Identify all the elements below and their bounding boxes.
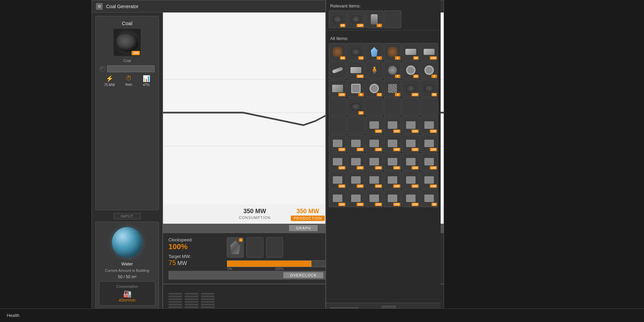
- power-icon: ⚡: [106, 75, 113, 82]
- list-item[interactable]: 100: [402, 80, 420, 97]
- input-tab-label[interactable]: INPUT: [114, 213, 141, 219]
- list-item[interactable]: 100: [329, 171, 346, 189]
- list-item[interactable]: 100: [329, 80, 346, 97]
- list-item[interactable]: 100: [402, 116, 420, 134]
- graph-tab[interactable]: GRAPH: [289, 225, 318, 231]
- list-item[interactable]: 100: [347, 11, 365, 28]
- list-item[interactable]: 100: [365, 171, 383, 189]
- list-item[interactable]: 2: [365, 43, 383, 61]
- water-amount: 50 / 50 m³: [118, 275, 136, 279]
- list-item[interactable]: 100: [420, 43, 438, 61]
- coal-visual: [117, 34, 137, 51]
- list-item[interactable]: 🧍: [365, 61, 383, 79]
- vent-line: [201, 306, 215, 308]
- left-panel: Coal 100 Coal ⚡ 75 MW ⏱: [92, 13, 163, 322]
- list-item[interactable]: 89: [329, 11, 346, 28]
- vent-line: [168, 304, 182, 305]
- crystal-slot-2[interactable]: [246, 237, 263, 258]
- list-item[interactable]: 10: [347, 98, 365, 116]
- list-item[interactable]: 12: [365, 80, 383, 97]
- list-item[interactable]: [329, 116, 346, 134]
- list-item[interactable]: 100: [420, 153, 438, 170]
- all-items-grid: 84132239100100🧍8432100812410089101001001…: [326, 43, 441, 207]
- target-mw-unit: MW: [177, 260, 187, 266]
- list-item[interactable]: 39: [402, 43, 420, 61]
- inventory-panel: Relevant Items: 891004 All Items: 841322…: [325, 0, 441, 322]
- left-bg: [0, 0, 92, 322]
- list-item[interactable]: 100: [420, 135, 438, 152]
- list-item[interactable]: [347, 116, 365, 134]
- vent-line: [185, 298, 198, 300]
- production-value-display: 350 MW: [297, 208, 319, 215]
- list-item[interactable]: [384, 98, 401, 116]
- efficiency-value: 47%: [143, 83, 150, 87]
- list-item[interactable]: 100: [420, 171, 438, 189]
- efficiency-icon: 📊: [143, 75, 150, 82]
- water-sphere: [112, 227, 142, 258]
- crystal-slot-1[interactable]: 1: [227, 237, 244, 258]
- list-item[interactable]: 100: [384, 153, 401, 170]
- list-item[interactable]: 100: [365, 153, 383, 170]
- water-section: Water Current Amount in Building 50 / 50…: [95, 222, 159, 309]
- consumption-label: CONSUMPTION: [239, 216, 271, 220]
- vent-line: [201, 293, 215, 295]
- dialog-icon: ⚙: [96, 3, 103, 10]
- list-item[interactable]: [329, 61, 346, 79]
- list-item[interactable]: [329, 98, 346, 116]
- stat-production: 350 MW PRODUCTION: [291, 208, 325, 221]
- crystal-slot-3[interactable]: [266, 237, 283, 258]
- filter-dot: [100, 66, 105, 72]
- list-item[interactable]: 100: [402, 135, 420, 152]
- overclock-bar-fill: [227, 261, 311, 267]
- list-item[interactable]: [365, 98, 383, 116]
- list-item[interactable]: 4: [384, 80, 401, 97]
- crystal-badge-1: 1: [239, 238, 243, 242]
- filter-input[interactable]: [107, 65, 155, 72]
- vent-line: [168, 298, 182, 300]
- list-item[interactable]: 8: [384, 61, 401, 79]
- list-item[interactable]: 100: [402, 153, 420, 170]
- list-item[interactable]: 89: [420, 80, 438, 97]
- list-item[interactable]: 100: [420, 116, 438, 134]
- list-item[interactable]: 100: [329, 135, 346, 152]
- list-item[interactable]: 100: [384, 135, 401, 152]
- list-item[interactable]: 2: [384, 43, 401, 61]
- vent-line: [201, 298, 215, 300]
- list-item[interactable]: 84: [329, 43, 346, 61]
- input-card: Coal 100 Coal ⚡ 75 MW ⏱: [95, 16, 159, 210]
- list-item[interactable]: 43: [402, 61, 420, 79]
- vent-line: [185, 301, 198, 303]
- list-item[interactable]: 4: [365, 11, 383, 28]
- list-item[interactable]: 100: [347, 135, 365, 152]
- consumption-icon: 🏭: [102, 290, 152, 298]
- stat-time: ⏱ 4sec: [125, 75, 132, 87]
- list-item[interactable]: 100: [329, 153, 346, 170]
- list-item[interactable]: 100: [347, 61, 365, 79]
- overclock-tab[interactable]: OVERCLOCK: [283, 272, 323, 278]
- list-item[interactable]: 100: [365, 189, 383, 207]
- list-item[interactable]: 100: [384, 171, 401, 189]
- list-item[interactable]: [420, 98, 438, 116]
- list-item[interactable]: 100: [402, 171, 420, 189]
- list-item[interactable]: 8: [347, 80, 365, 97]
- list-item[interactable]: 100: [347, 171, 365, 189]
- list-item[interactable]: 98: [420, 189, 438, 207]
- list-item[interactable]: [384, 11, 401, 28]
- relevant-items-row: 891004: [326, 11, 441, 28]
- health-bar: Health: [0, 308, 644, 322]
- list-item[interactable]: 100: [365, 116, 383, 134]
- stat-consumption: 350 MW CONSUMPTION: [239, 208, 271, 221]
- list-item[interactable]: 100: [347, 189, 365, 207]
- list-item[interactable]: 100: [384, 189, 401, 207]
- time-value: 4sec: [125, 83, 132, 86]
- list-item[interactable]: 2: [420, 61, 438, 79]
- filter-bar: [100, 65, 155, 72]
- list-item[interactable]: 100: [329, 189, 346, 207]
- list-item[interactable]: 100: [384, 116, 401, 134]
- list-item[interactable]: 13: [347, 43, 365, 61]
- list-item[interactable]: [402, 98, 420, 116]
- list-item[interactable]: 100: [402, 189, 420, 207]
- list-item[interactable]: 100: [347, 153, 365, 170]
- list-item[interactable]: 100: [365, 135, 383, 152]
- coal-image: 100: [114, 29, 141, 56]
